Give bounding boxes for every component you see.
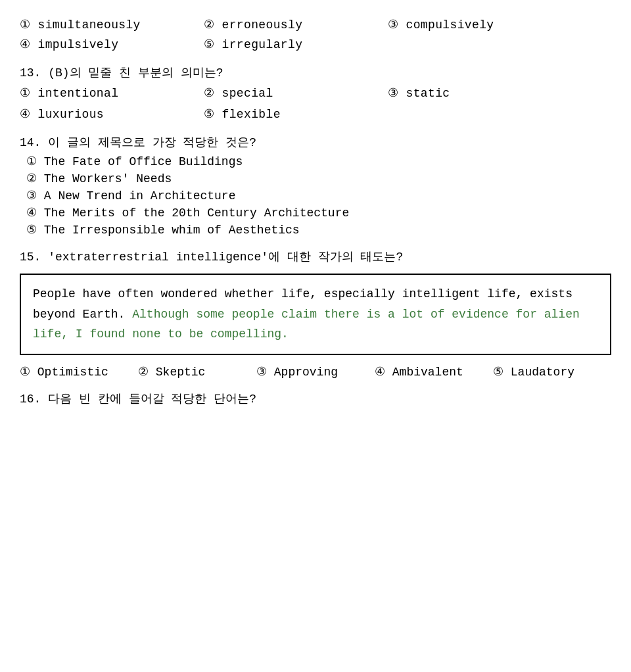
q16-label: 16. 다음 빈 칸에 들어갈 적당한 단어는? [20,391,611,406]
q16-section: 16. 다음 빈 칸에 들어갈 적당한 단어는? [20,391,611,406]
q14-opt1: ① The Fate of Office Buildings [26,154,611,168]
q13-opt4: ④ luxurious [20,105,204,122]
q12-opt2: ② erroneously [204,16,388,33]
q13-opt2: ② special [204,84,388,101]
q12-opt1: ① simultaneously [20,16,204,33]
q14-opt3: ③ A New Trend in Architecture [26,188,611,203]
q15-ans1: ① Optimistic [20,364,138,379]
q15-ans5: ⑤ Laudatory [493,364,611,379]
q12-opt4: ④ impulsively [20,36,204,53]
q13-opt3: ③ static [388,84,572,101]
q15-label: 15. 'extraterrestrial intelligence'에 대한 … [20,249,611,264]
q13-opt5: ⑤ flexible [204,105,388,122]
q15-ans2: ② Skeptic [138,364,256,379]
q12-opt3: ③ compulsively [388,16,572,33]
q13-section: 13. (B)의 밑줄 친 부분의 의미는? ① intentional ② s… [20,64,611,122]
q15-section: 15. 'extraterrestrial intelligence'에 대한 … [20,249,611,379]
q15-answers: ① Optimistic ② Skeptic ③ Approving ④ Amb… [20,364,611,379]
q14-section: 14. 이 글의 제목으로 가장 적당한 것은? ① The Fate of O… [20,134,611,237]
q12-opt5: ⑤ irregularly [204,36,388,53]
q12-options-row2: ④ impulsively ⑤ irregularly [20,36,611,53]
q14-opt4: ④ The Merits of the 20th Century Archite… [26,205,611,220]
q12-options-row1: ① simultaneously ② erroneously ③ compuls… [20,16,611,33]
q14-opt2: ② The Workers' Needs [26,171,611,185]
q14-opt5: ⑤ The Irresponsible whim of Aesthetics [26,222,611,237]
q15-ans4: ④ Ambivalent [375,364,493,379]
q13-options: ① intentional ② special ③ static ④ luxur… [20,84,611,122]
q12-section: ① simultaneously ② erroneously ③ compuls… [20,16,611,53]
q15-passage-box: People have often wondered whether life,… [20,274,611,355]
q14-options: ① The Fate of Office Buildings ② The Wor… [26,154,611,237]
q15-ans3: ③ Approving [256,364,375,379]
q14-label: 14. 이 글의 제목으로 가장 적당한 것은? [20,134,611,150]
q13-opt1: ① intentional [20,84,204,101]
q13-label: 13. (B)의 밑줄 친 부분의 의미는? [20,64,611,80]
